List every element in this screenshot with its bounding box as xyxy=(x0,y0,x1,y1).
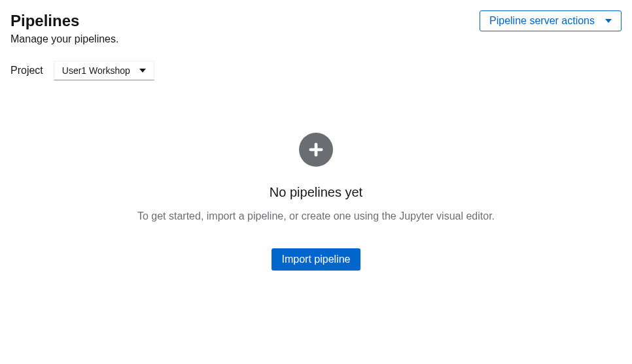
empty-state-description: To get started, import a pipeline, or cr… xyxy=(137,210,495,222)
svg-rect-1 xyxy=(309,148,323,152)
import-pipeline-button[interactable]: Import pipeline xyxy=(272,248,361,271)
project-selected-value: User1 Workshop xyxy=(62,65,130,76)
empty-state-title: No pipelines yet xyxy=(270,185,362,200)
caret-down-icon xyxy=(605,15,612,27)
page-subtitle: Manage your pipelines. xyxy=(10,33,118,45)
pipeline-server-actions-label: Pipeline server actions xyxy=(489,15,595,27)
plus-circle-icon xyxy=(299,133,333,167)
page-title: Pipelines xyxy=(10,10,118,31)
empty-state: No pipelines yet To get started, import … xyxy=(0,133,632,271)
caret-down-icon xyxy=(139,65,146,76)
pipeline-server-actions-button[interactable]: Pipeline server actions xyxy=(480,10,622,31)
project-label: Project xyxy=(10,65,43,76)
project-select[interactable]: User1 Workshop xyxy=(54,61,154,80)
